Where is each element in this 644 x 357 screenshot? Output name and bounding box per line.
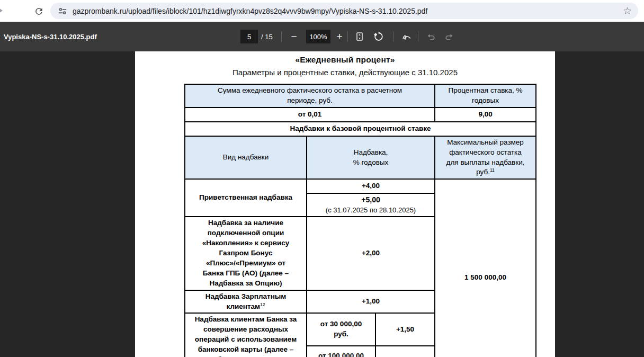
rates-table: Сумма ежедневного фактического остатка в… bbox=[184, 84, 536, 357]
pdf-viewer-area[interactable]: «Ежедневный процент» Параметры и процент… bbox=[0, 51, 644, 357]
reload-icon bbox=[34, 6, 44, 16]
welcome-bonus-period: (с 31.07.2025 по 28.10.2025) bbox=[310, 206, 431, 215]
zoom-level-input[interactable]: 100% bbox=[306, 30, 330, 43]
header-max-balance: Максимальный размер фактического остатка… bbox=[435, 136, 536, 180]
fit-to-page-button[interactable] bbox=[354, 31, 365, 42]
toolbar-divider bbox=[347, 31, 348, 42]
table-row: Надбавки к базовой процентной ставке bbox=[185, 122, 536, 136]
table-row: от 0,01 9,00 bbox=[185, 108, 536, 122]
redo-button[interactable] bbox=[443, 31, 454, 42]
pen-squiggle-icon bbox=[401, 31, 413, 42]
header-rate: Процентная ставка, % годовых bbox=[435, 84, 536, 108]
base-amount-cell: от 0,01 bbox=[185, 108, 435, 122]
undo-button[interactable] bbox=[425, 31, 437, 42]
footnote-12: 12 bbox=[260, 301, 265, 307]
pdf-page: «Ежедневный процент» Параметры и процент… bbox=[135, 51, 555, 357]
toolbar-divider bbox=[418, 31, 418, 42]
page-count-label: / 15 bbox=[261, 22, 273, 51]
purchase-tier1-amount: от 30 000,00 руб. bbox=[307, 313, 375, 346]
option-bonus-value: +2,00 bbox=[307, 217, 435, 290]
salary-bonus-label-cell: Надбавка Зарплатным клиентам12 bbox=[185, 290, 307, 314]
table-row: Сумма ежедневного фактического остатка в… bbox=[185, 84, 536, 108]
table-row: Вид надбавки Надбавка, % годовых Максима… bbox=[185, 136, 536, 180]
welcome-bonus-label: Приветственная надбавка bbox=[185, 179, 307, 217]
table-row: Приветственная надбавка +4,00 1 500 000,… bbox=[185, 179, 536, 193]
page-number-input[interactable]: 5 bbox=[240, 30, 258, 43]
bookmark-star-icon[interactable]: ☆ bbox=[623, 6, 632, 16]
welcome-bonus-value-2: +5,00 bbox=[361, 195, 380, 204]
purchase-tier2-value: +2,00 bbox=[375, 346, 435, 357]
redo-icon bbox=[443, 31, 454, 42]
base-rate-cell: 9,00 bbox=[435, 108, 536, 122]
toolbar-divider bbox=[393, 31, 393, 42]
screen: gazprombank.ru/upload/files/iblock/101/h… bbox=[0, 0, 644, 357]
annotate-button[interactable] bbox=[401, 31, 413, 42]
pdf-filename: Vypiska-NS-s-31.10.2025.pdf bbox=[4, 22, 97, 51]
purchase-tier1-value: +1,50 bbox=[375, 313, 435, 346]
welcome-bonus-value-2-cell: +5,00(с 31.07.2025 по 28.10.2025) bbox=[307, 193, 435, 217]
url-text[interactable]: gazprombank.ru/upload/files/iblock/101/h… bbox=[73, 7, 623, 15]
purchase-tier2-amount: от 100 000,00 руб. bbox=[307, 346, 375, 357]
undo-icon bbox=[426, 31, 437, 42]
rotate-counterclockwise-icon bbox=[373, 31, 384, 42]
forward-arrow-icon[interactable] bbox=[0, 8, 3, 13]
footnote-11: 11 bbox=[490, 167, 495, 173]
document-title: «Ежедневный процент» bbox=[135, 55, 555, 65]
purchase-bonus-label: Надбавка клиентам Банка за совершение ра… bbox=[185, 313, 307, 357]
site-controls-icon[interactable] bbox=[57, 5, 68, 17]
header-max-balance-text: Максимальный размер фактического остатка… bbox=[446, 138, 525, 176]
zoom-in-button[interactable]: + bbox=[332, 22, 347, 51]
browser-address-bar: gazprombank.ru/upload/files/iblock/101/h… bbox=[0, 0, 644, 22]
section-title-cell: Надбавки к базовой процентной ставке bbox=[185, 122, 536, 136]
zoom-out-button[interactable]: − bbox=[287, 22, 301, 51]
welcome-bonus-value-1: +4,00 bbox=[307, 179, 435, 193]
reload-button[interactable] bbox=[32, 4, 46, 18]
document-subtitle: Параметры и процентные ставки, действующ… bbox=[135, 68, 555, 77]
fit-to-page-icon bbox=[354, 31, 365, 42]
toolbar-divider bbox=[281, 31, 282, 42]
max-balance-value: 1 500 000,00 bbox=[435, 179, 536, 357]
salary-bonus-value: +1,00 bbox=[307, 290, 435, 314]
header-bonus-type: Вид надбавки bbox=[185, 136, 307, 180]
header-balance-sum: Сумма ежедневного фактического остатка в… bbox=[185, 84, 435, 108]
salary-bonus-label: Надбавка Зарплатным клиентам bbox=[205, 292, 287, 310]
rotate-button[interactable] bbox=[373, 31, 384, 42]
option-bonus-label: Надбавка за наличие подключенной опции «… bbox=[185, 217, 307, 290]
url-bar[interactable]: gazprombank.ru/upload/files/iblock/101/h… bbox=[50, 3, 638, 19]
pdf-toolbar: Vypiska-NS-s-31.10.2025.pdf 5 / 15 − 100… bbox=[0, 22, 644, 51]
header-bonus-value: Надбавка, % годовых bbox=[307, 136, 435, 180]
